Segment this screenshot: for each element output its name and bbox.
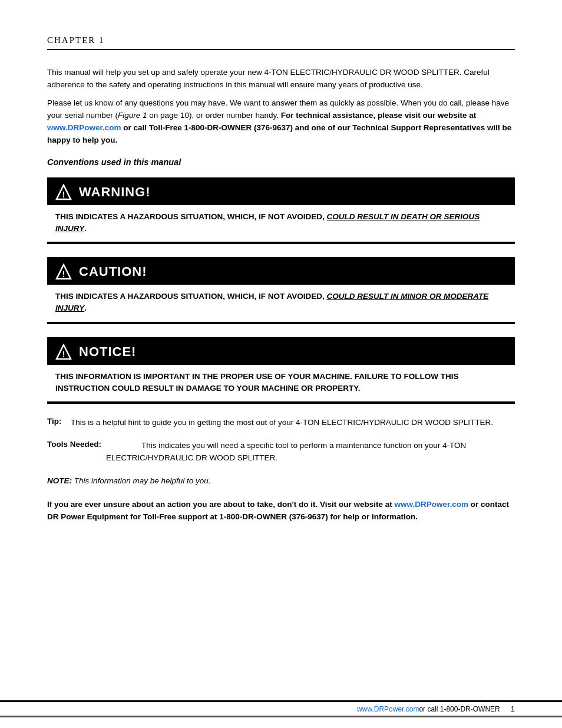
notice-box: ! NOTICE! THIS INFORMATION IS IMPORTANT … [47,337,515,404]
footer-page-number: 1 [511,704,515,713]
note-label: NOTE: [47,476,72,485]
warning-title: WARNING! [79,185,151,200]
conventions-heading: Conventions used in this manual [47,157,515,167]
tools-section: Tools Needed: This indicates you will ne… [47,440,515,465]
note-section: NOTE: This information may be helpful to… [47,475,515,487]
svg-text:!: ! [62,269,65,279]
svg-text:!: ! [62,350,65,359]
footer-link[interactable]: www.DRPower.com [357,705,419,713]
tip-text: This is a helpful hint to guide you in g… [71,417,515,429]
website-link-final[interactable]: www.DRPower.com [395,500,469,509]
tip-label: Tip: [47,417,71,429]
warning-body: THIS INDICATES A HAZARDOUS SITUATION, WH… [47,205,515,243]
notice-icon: ! [54,342,73,361]
intro-para2: Please let us know of any questions you … [47,97,515,147]
warning-box: ! WARNING! THIS INDICATES A HAZARDOUS SI… [47,177,515,245]
warning-header: ! WARNING! [47,179,515,205]
page: Chapter 1 This manual will help you set … [0,0,562,728]
notice-header: ! NOTICE! [47,339,515,365]
caution-body: THIS INDICATES A HAZARDOUS SITUATION, WH… [47,285,515,322]
page-footer: www.DRPower.com or call 1-800-DR-OWNER 1 [0,700,562,717]
notice-title: NOTICE! [79,344,136,360]
warning-icon: ! [54,183,73,202]
tools-text: This indicates you will need a specific … [106,440,515,465]
notice-body: THIS INFORMATION IS IMPORTANT IN THE PRO… [47,365,515,403]
caution-title: CAUTION! [79,264,147,279]
chapter-title: Chapter 1 [47,35,515,50]
footer-suffix: or call 1-800-DR-OWNER [419,705,500,713]
caution-box: ! CAUTION! THIS INDICATES A HAZARDOUS SI… [47,257,515,324]
intro-para1: This manual will help you set up and saf… [47,67,515,91]
caution-icon: ! [54,262,73,281]
final-para: If you are ever unsure about an action y… [47,498,515,523]
website-link-intro[interactable]: www.DRPower.com [47,123,121,132]
svg-text:!: ! [62,190,65,199]
tip-section: Tip: This is a helpful hint to guide you… [47,417,515,429]
note-text: This information may be helpful to you. [74,476,211,485]
caution-header: ! CAUTION! [47,259,515,285]
tools-label: Tools Needed: [47,440,106,465]
